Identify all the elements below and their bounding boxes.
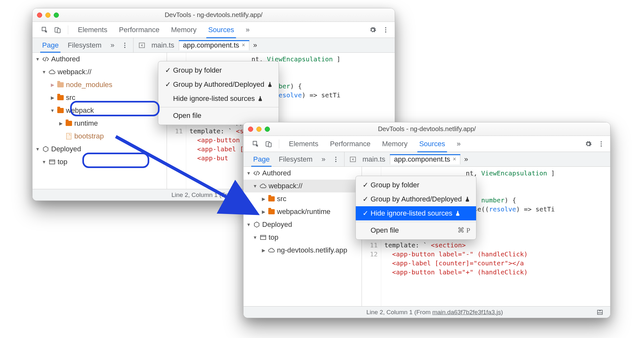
tab-performance[interactable]: Performance bbox=[325, 136, 376, 152]
menu-group-by-authored[interactable]: ✓Group by Authored/Deployed bbox=[158, 77, 279, 92]
tree-authored[interactable]: ▼Authored bbox=[32, 53, 167, 66]
tree-ng[interactable]: ▶ng-devtools.netlify.app bbox=[244, 244, 362, 257]
sources-subbar: Page Filesystem » main.ts app.component.… bbox=[32, 38, 395, 53]
main-toolbar: Elements Performance Memory Sources » bbox=[32, 22, 395, 38]
main-toolbar: Elements Performance Memory Sources » bbox=[244, 136, 610, 152]
panel-more-icon[interactable] bbox=[119, 40, 131, 51]
more-menu-icon[interactable] bbox=[380, 24, 391, 36]
folder-icon bbox=[57, 108, 64, 113]
minimize-window-icon[interactable] bbox=[256, 127, 262, 132]
menu-open-file[interactable]: Open file⌘ P bbox=[356, 223, 476, 237]
tab-elements[interactable]: Elements bbox=[73, 22, 113, 38]
tab-sources[interactable]: Sources bbox=[414, 136, 450, 152]
code-icon bbox=[42, 56, 49, 63]
panel-tabs-overflow-icon[interactable]: » bbox=[106, 38, 119, 53]
file-tab-main[interactable]: main.ts bbox=[148, 40, 178, 50]
frame-icon bbox=[260, 234, 267, 241]
nav-back-icon[interactable] bbox=[347, 154, 359, 165]
sourcemap-link[interactable]: main.da63f7b2fe3f1fa3.js bbox=[432, 309, 501, 316]
file-tab-app[interactable]: app.component.ts × bbox=[179, 40, 249, 50]
window-title: DevTools - ng-devtools.netlify.app/ bbox=[244, 125, 610, 133]
svg-rect-19 bbox=[261, 236, 266, 240]
folder-icon bbox=[57, 95, 64, 100]
cursor-position: Line 2, Column 1 bbox=[366, 309, 413, 316]
folder-icon bbox=[66, 121, 72, 126]
menu-divider bbox=[356, 222, 476, 222]
tree-webpack-dir[interactable]: ▼webpack bbox=[32, 104, 167, 117]
menu-group-by-folder[interactable]: ✓Group by folder bbox=[356, 178, 476, 192]
svg-point-18 bbox=[335, 161, 336, 162]
menu-divider bbox=[158, 107, 279, 107]
menu-group-by-folder[interactable]: ✓Group by folder bbox=[158, 63, 279, 77]
devtools-window-after: DevTools - ng-devtools.netlify.app/ Elem… bbox=[243, 122, 611, 318]
panel-more-icon[interactable] bbox=[330, 154, 342, 165]
close-window-icon[interactable] bbox=[248, 127, 253, 132]
folder-icon bbox=[57, 82, 64, 87]
minimize-window-icon[interactable] bbox=[45, 13, 51, 18]
panel-tab-page[interactable]: Page bbox=[38, 38, 63, 53]
svg-point-2 bbox=[385, 27, 386, 28]
settings-icon[interactable] bbox=[583, 138, 594, 150]
file-tabs-overflow-icon[interactable]: » bbox=[461, 155, 471, 164]
tab-memory[interactable]: Memory bbox=[166, 22, 202, 38]
window-title: DevTools - ng-devtools.netlify.app/ bbox=[32, 11, 395, 19]
svg-point-4 bbox=[385, 31, 386, 32]
svg-point-5 bbox=[124, 42, 125, 44]
menu-hide-ignore-listed[interactable]: Hide ignore-listed sources bbox=[158, 92, 279, 106]
nav-back-icon[interactable] bbox=[136, 40, 148, 51]
device-toolbar-icon[interactable] bbox=[52, 24, 63, 36]
titlebar[interactable]: DevTools - ng-devtools.netlify.app/ bbox=[244, 122, 610, 136]
menu-open-file[interactable]: Open file bbox=[158, 109, 279, 123]
svg-point-17 bbox=[335, 159, 336, 160]
tabs-overflow-icon[interactable]: » bbox=[452, 136, 466, 152]
svg-point-13 bbox=[601, 141, 602, 142]
cube-icon bbox=[42, 146, 49, 153]
svg-point-3 bbox=[385, 29, 386, 31]
flask-icon bbox=[455, 210, 461, 216]
context-menu: ✓Group by folder ✓Group by Authored/Depl… bbox=[158, 61, 279, 125]
tab-memory[interactable]: Memory bbox=[377, 136, 413, 152]
tab-sources[interactable]: Sources bbox=[203, 22, 239, 38]
file-tab-app[interactable]: app.component.ts× bbox=[390, 154, 460, 165]
zoom-window-icon[interactable] bbox=[54, 13, 59, 18]
menu-hide-ignore-listed[interactable]: ✓Hide ignore-listed sources bbox=[356, 206, 476, 220]
tab-elements[interactable]: Elements bbox=[284, 136, 324, 152]
flask-icon bbox=[465, 196, 470, 202]
inspect-element-icon[interactable] bbox=[39, 24, 51, 36]
sources-subbar: Page Filesystem » main.ts app.component.… bbox=[244, 152, 610, 167]
tree-webpack[interactable]: ▼webpack:// bbox=[32, 66, 167, 78]
zoom-window-icon[interactable] bbox=[265, 127, 270, 132]
settings-icon[interactable] bbox=[367, 24, 379, 36]
file-tabs-overflow-icon[interactable]: » bbox=[250, 41, 260, 49]
close-tab-icon[interactable]: × bbox=[453, 156, 456, 163]
svg-point-14 bbox=[601, 143, 602, 145]
menu-shortcut: ⌘ P bbox=[457, 226, 470, 235]
titlebar[interactable]: DevTools - ng-devtools.netlify.app/ bbox=[32, 8, 395, 22]
status-bar: Line 2, Column 1 (From main.da63f7b2fe3f… bbox=[244, 306, 610, 318]
panel-tab-filesystem[interactable]: Filesystem bbox=[274, 152, 317, 167]
arrow-annotation bbox=[113, 133, 280, 230]
tabs-overflow-icon[interactable]: » bbox=[241, 22, 255, 38]
close-tab-icon[interactable]: × bbox=[242, 42, 245, 49]
file-tab-main[interactable]: main.ts bbox=[359, 154, 389, 165]
panel-tabs-overflow-icon[interactable]: » bbox=[317, 152, 330, 167]
svg-point-16 bbox=[335, 156, 336, 158]
cloud-icon bbox=[268, 247, 275, 254]
svg-rect-1 bbox=[57, 29, 60, 33]
close-window-icon[interactable] bbox=[37, 13, 42, 18]
cloud-icon bbox=[49, 68, 56, 76]
flask-icon bbox=[267, 82, 273, 87]
tree-runtime[interactable]: ▶runtime bbox=[32, 117, 167, 130]
tree-node-modules[interactable]: ▶node_modules bbox=[32, 78, 167, 91]
svg-line-10 bbox=[116, 137, 254, 212]
show-drawer-icon[interactable] bbox=[594, 307, 606, 318]
context-menu: ✓Group by folder ✓Group by Authored/Depl… bbox=[355, 176, 476, 240]
menu-group-by-authored[interactable]: ✓Group by Authored/Deployed bbox=[356, 192, 476, 206]
panel-tab-filesystem[interactable]: Filesystem bbox=[63, 38, 106, 53]
tab-performance[interactable]: Performance bbox=[114, 22, 165, 38]
tree-top[interactable]: ▼top bbox=[244, 231, 362, 244]
tree-src[interactable]: ▶src bbox=[32, 91, 167, 104]
flask-icon bbox=[257, 96, 263, 102]
more-menu-icon[interactable] bbox=[595, 138, 607, 150]
svg-point-15 bbox=[601, 145, 602, 147]
